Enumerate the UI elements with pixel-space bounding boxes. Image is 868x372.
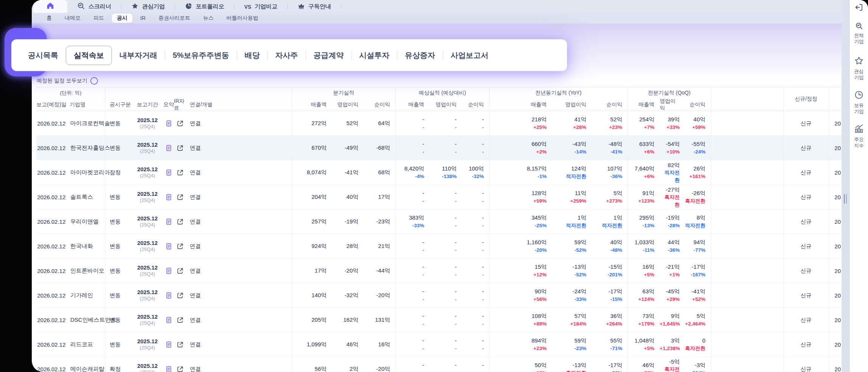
disclosure-tab-공급계약[interactable]: 공급계약 xyxy=(306,50,351,60)
sub-nav-item-내메모[interactable]: 내메모 xyxy=(60,14,85,23)
company-name[interactable]: 아이마켓코리아 xyxy=(67,169,105,176)
table-row[interactable]: 2026.02.12한국전자홀딩스변동2025.12(25Q4)연결670억-4… xyxy=(36,136,844,160)
metric-cell: 1억적자전환 xyxy=(592,214,628,229)
metric-cell: 41억+28% xyxy=(552,115,592,131)
table-row[interactable]: 2026.02.12리드코프변동2025.12(25Q4)연결1,099억46억… xyxy=(36,332,844,357)
table-row[interactable]: 2026.02.12아이마켓코리아잠정2025.12(25Q4)연결8,074억… xyxy=(36,160,844,185)
summary-doc-icon[interactable] xyxy=(163,243,174,250)
ir-external-link-icon[interactable] xyxy=(174,169,186,176)
ir-external-link-icon[interactable] xyxy=(174,341,186,348)
metric-cell: -- xyxy=(462,361,489,372)
company-name[interactable]: 한국내화 xyxy=(67,243,105,250)
report-date: 2026.02.12 xyxy=(36,194,67,200)
top-nav-label: 구독안내 xyxy=(308,3,331,10)
scheduled-toggle[interactable]: 예정된 일정 모두보기 xyxy=(37,77,98,85)
ir-external-link-icon[interactable] xyxy=(174,366,186,372)
ir-external-link-icon[interactable] xyxy=(174,243,186,250)
table-row[interactable]: 2026.02.12기가레인변동2025.12(25Q4)연결140억-32억-… xyxy=(36,283,844,308)
disclosure-tab-내부자거래[interactable]: 내부자거래 xyxy=(112,50,165,60)
metric-cell: 107억-36% xyxy=(592,164,628,180)
resize-grip[interactable] xyxy=(844,194,848,204)
summary-doc-icon[interactable] xyxy=(163,366,174,372)
sidebar-item-주요지수[interactable]: 주요지수 xyxy=(850,124,868,149)
metric-cell: 21억 xyxy=(364,242,395,250)
top-nav-label: 포트폴리오 xyxy=(196,3,224,10)
metric-cell: -- xyxy=(462,312,489,327)
company-name[interactable]: 우리이앤엘 xyxy=(67,218,105,225)
summary-doc-icon[interactable] xyxy=(163,218,174,225)
col-metric: 순이익 xyxy=(462,99,489,111)
top-nav-item[interactable]: VS기업비교 xyxy=(234,0,287,13)
table-row[interactable]: 2026.02.12인트론바이오변동2025.12(25Q4)연결17억-20억… xyxy=(36,259,844,283)
company-name[interactable]: 리드코프 xyxy=(67,341,105,348)
metric-cell: 40억 xyxy=(332,193,364,201)
summary-doc-icon[interactable] xyxy=(163,267,174,274)
company-name[interactable]: 인트론바이오 xyxy=(67,267,105,274)
company-name[interactable]: 솔트룩스 xyxy=(67,194,105,201)
table-row[interactable]: 2026.02.12메이슨캐피탈확정2025.12(25Q3)연결56억2억-2… xyxy=(36,357,844,372)
sub-nav-item-공시[interactable]: 공시 xyxy=(112,14,132,23)
sub-nav-item-IR[interactable]: IR xyxy=(135,14,150,22)
disclosure-tab-배당[interactable]: 배당 xyxy=(237,50,267,60)
toggle-circle-icon[interactable] xyxy=(90,77,98,85)
company-name[interactable]: 메이슨캐피탈 xyxy=(67,366,105,372)
table-row[interactable]: 2026.02.12한국내화변동2025.12(25Q4)연결924억28억21… xyxy=(36,234,844,259)
table-row[interactable]: 2026.02.12솔트룩스변동2025.12(25Q4)연결204억40억17… xyxy=(36,185,844,209)
sub-nav-item-홈[interactable]: 홈 xyxy=(42,14,57,23)
top-nav-item[interactable]: 포트폴리오 xyxy=(175,0,234,13)
metric-cell: -- xyxy=(395,263,429,278)
status-badge: 신규 xyxy=(783,267,829,274)
metric-cell: -- xyxy=(429,189,462,205)
metric-cell: 82억적자전환 xyxy=(660,161,685,184)
summary-doc-icon[interactable] xyxy=(163,120,174,127)
table-row[interactable]: 2026.02.12마이크로컨텍솔변동2025.12(25Q4)연결272억52… xyxy=(36,111,844,136)
top-nav-item[interactable]: 관심기업 xyxy=(121,0,175,13)
home-tab[interactable] xyxy=(33,0,67,13)
sidebar-item-보유기업[interactable]: 보유기업 xyxy=(850,90,868,115)
top-nav-item[interactable]: 구독안내 xyxy=(288,0,341,13)
disclosure-tab-시설투자[interactable]: 시설투자 xyxy=(352,50,397,60)
company-name[interactable]: 한국전자홀딩스 xyxy=(67,144,105,152)
summary-doc-icon[interactable] xyxy=(163,194,174,201)
disclosure-tab-사업보고서[interactable]: 사업보고서 xyxy=(443,50,496,60)
ir-external-link-icon[interactable] xyxy=(174,120,186,127)
company-name[interactable]: 마이크로컨텍솔 xyxy=(67,120,105,127)
ir-external-link-icon[interactable] xyxy=(174,316,186,324)
table-row[interactable]: 2026.02.12우리이앤엘변동2025.12(25Q4)연결257억-19억… xyxy=(36,209,844,234)
sub-nav-item-증권사리포트[interactable]: 증권사리포트 xyxy=(153,14,195,23)
metric-cell: -20억 xyxy=(332,267,364,275)
col-date: 보고(예정)일 xyxy=(36,99,67,111)
summary-doc-icon[interactable] xyxy=(163,169,174,176)
disclosure-tab-공시목록[interactable]: 공시목록 xyxy=(20,50,66,60)
collapse-panel-icon[interactable] xyxy=(854,3,864,14)
sub-nav-item-피드[interactable]: 피드 xyxy=(88,14,109,23)
ir-external-link-icon[interactable] xyxy=(174,218,186,225)
top-nav-item[interactable]: 스크리너 xyxy=(67,0,121,13)
metric-cell: 5억+2,464% xyxy=(685,312,711,327)
table-row[interactable]: 2026.02.12DSC인베스트먼트변동2025.12(25Q4)연결205억… xyxy=(36,308,844,332)
company-name[interactable]: DSC인베스트먼트 xyxy=(67,316,105,324)
summary-doc-icon[interactable] xyxy=(163,144,174,152)
disclosure-tab-5%보유주주변동[interactable]: 5%보유주주변동 xyxy=(165,50,237,60)
disclosure-tab-자사주[interactable]: 자사주 xyxy=(268,50,305,60)
sidebar-item-관심기업[interactable]: 관심기업 xyxy=(850,56,868,81)
ir-external-link-icon[interactable] xyxy=(174,194,186,201)
sidebar-item-전체기업[interactable]: 전체기업 xyxy=(850,22,868,45)
ir-external-link-icon[interactable] xyxy=(174,267,186,274)
summary-doc-icon[interactable] xyxy=(163,341,174,348)
disclosure-tab-실적속보[interactable]: 실적속보 xyxy=(66,46,112,65)
top-nav-label: 스크리너 xyxy=(88,3,111,10)
sub-nav-item-버틀러사용법[interactable]: 버틀러사용법 xyxy=(222,14,263,23)
metric-cell: 131억 xyxy=(364,316,395,324)
ir-external-link-icon[interactable] xyxy=(174,144,186,152)
company-name[interactable]: 기가레인 xyxy=(67,292,105,299)
ir-external-link-icon[interactable] xyxy=(174,292,186,299)
sub-nav-item-뉴스[interactable]: 뉴스 xyxy=(198,14,219,23)
metric-cell: 73억+179% xyxy=(628,312,660,327)
metric-cell: -3억-504% xyxy=(685,361,711,372)
summary-doc-icon[interactable] xyxy=(163,316,174,324)
summary-doc-icon[interactable] xyxy=(163,292,174,299)
metric-cell: 108억+89% xyxy=(489,312,552,327)
disclosure-tab-유상증자[interactable]: 유상증자 xyxy=(397,50,443,60)
metric-cell: 56억 xyxy=(292,365,332,372)
